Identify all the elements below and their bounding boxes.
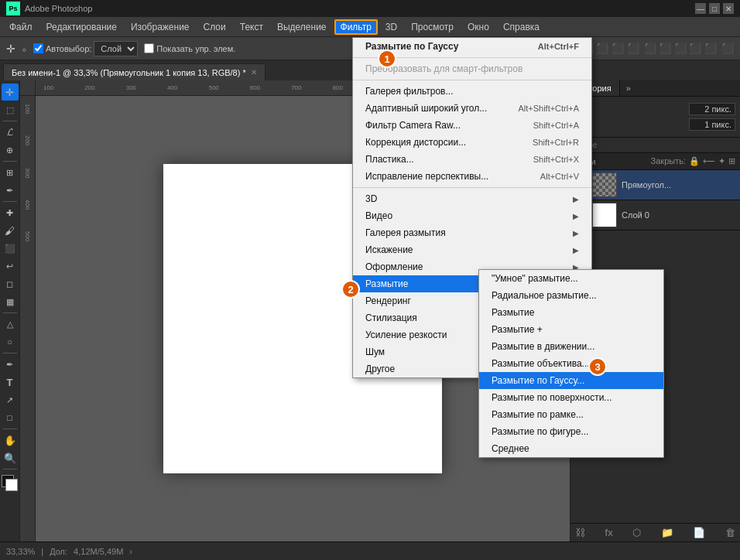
menu-image[interactable]: Изображение: [125, 19, 196, 35]
shape-tool[interactable]: □: [2, 409, 19, 426]
properties-section: Ш: 2 пикс. В: 1 пикс.: [570, 97, 740, 138]
title-bar-controls[interactable]: — □ ✕: [695, 3, 734, 14]
tool-separator-4: [3, 312, 17, 313]
blur-average[interactable]: Среднее: [479, 440, 663, 457]
left-toolbar: ✛ ⬚ 𝓛 ⊕ ⊞ ✒ ✚ 🖌 ⬛ ↩ ◻ ▦ △ ○ ✒ T ↗ □ ✋ 🔍: [0, 80, 20, 541]
blur-smart[interactable]: "Умное" размытие...: [479, 270, 663, 287]
menu-text[interactable]: Текст: [234, 19, 269, 35]
move-tool[interactable]: ✛: [2, 84, 19, 101]
crop-tool[interactable]: ⊞: [2, 164, 19, 181]
history-brush[interactable]: ↩: [2, 258, 19, 275]
tool-separator-2: [3, 161, 17, 162]
tool-separator-1: [3, 121, 17, 121]
distort-arrow: ▶: [573, 246, 579, 254]
minimize-button[interactable]: —: [695, 3, 706, 14]
blur-radial[interactable]: Радиальное размытие...: [479, 287, 663, 304]
lock-all-icon[interactable]: 🔒: [689, 156, 700, 166]
status-bar: 33,33% | Дол: 4,12M/5,49M ›: [0, 541, 740, 560]
blur-gaussian-label: Размытие по Гауссу...: [492, 375, 584, 386]
panel-collapse[interactable]: »: [620, 80, 637, 96]
menu-window[interactable]: Окно: [461, 19, 495, 35]
marquee-tool[interactable]: ⬚: [2, 101, 19, 118]
menu-layers[interactable]: Слои: [197, 19, 232, 35]
stamp-tool[interactable]: ⬛: [2, 240, 19, 257]
menu-plastic[interactable]: Пластика... Shift+Ctrl+X: [353, 151, 591, 168]
blur-lens[interactable]: Размытие объектива...: [479, 355, 663, 372]
blur-shape[interactable]: Размытие по фигуре...: [479, 423, 663, 440]
status-arrow[interactable]: ›: [129, 547, 132, 556]
add-style-icon[interactable]: fx: [605, 527, 613, 538]
menu-select[interactable]: Выделение: [271, 19, 333, 35]
blur-gaussian[interactable]: Размытие по Гауссу...: [479, 372, 663, 389]
heal-tool[interactable]: ✚: [2, 204, 19, 221]
zoom-tool[interactable]: 🔍: [2, 449, 19, 466]
menu-perspective[interactable]: Исправление перспективы... Alt+Ctrl+V: [353, 168, 591, 185]
blur-box[interactable]: Размытие по рамке...: [479, 406, 663, 423]
quick-select-tool[interactable]: ⊕: [2, 142, 19, 159]
blur-tool[interactable]: △: [2, 316, 19, 333]
text-tool[interactable]: T: [2, 374, 19, 391]
lasso-tool[interactable]: 𝓛: [2, 124, 19, 141]
menu-separator-0: [353, 57, 591, 58]
menu-filter[interactable]: Фильтр: [334, 19, 378, 35]
menu-gaussian-blur-top[interactable]: Размытие по Гауссу Alt+Ctrl+F: [353, 38, 591, 55]
menu-smart-filters: Преобразовать для смарт-фильтров: [353, 60, 591, 77]
menu-file[interactable]: Файл: [3, 19, 39, 35]
menu-view[interactable]: Просмотр: [405, 19, 460, 35]
tab-close-button[interactable]: ✕: [251, 68, 257, 77]
gradient-tool[interactable]: ▦: [2, 293, 19, 310]
height-property: В: 1 пикс.: [575, 117, 735, 132]
tool-separator-3: [3, 201, 17, 202]
menu-separator-2: [353, 187, 591, 188]
path-select[interactable]: ↗: [2, 391, 19, 408]
foreground-color[interactable]: [2, 475, 19, 492]
blur-surface[interactable]: Размытие по поверхности...: [479, 389, 663, 406]
blur-motion[interactable]: Размытие в движении...: [479, 338, 663, 355]
new-layer-icon[interactable]: 📄: [693, 527, 705, 538]
lock-img-icon[interactable]: ⊞: [728, 156, 735, 166]
maximize-button[interactable]: □: [709, 3, 720, 14]
lock-pixel-icon[interactable]: ✦: [718, 156, 725, 166]
blur-gallery-label: Галерея размытия: [365, 227, 446, 238]
brush-tool[interactable]: 🖌: [2, 222, 19, 239]
autoselect-dropdown[interactable]: Слой: [94, 41, 138, 56]
layer-row-1[interactable]: 👁 Прямоугол...: [570, 170, 740, 200]
menu-3d[interactable]: 3D ▶: [353, 190, 591, 207]
menu-help[interactable]: Справка: [497, 19, 546, 35]
autoselect-checkbox[interactable]: [33, 43, 43, 53]
hand-tool[interactable]: ✋: [2, 432, 19, 449]
3d-arrow: ▶: [573, 195, 579, 203]
close-button[interactable]: ✕: [723, 3, 734, 14]
menu-edit[interactable]: Редактирование: [40, 19, 123, 35]
layer-row-2[interactable]: 👁 Слой 0: [570, 200, 740, 230]
menu-distort[interactable]: Искажение ▶: [353, 241, 591, 258]
show-transform-checkbox[interactable]: [144, 43, 154, 53]
perspective-label: Исправление перспективы...: [365, 171, 488, 182]
menu-distortion[interactable]: Коррекция дисторсии... Shift+Ctrl+R: [353, 134, 591, 151]
menu-blur-gallery[interactable]: Галерея размытия ▶: [353, 224, 591, 241]
lock-pos-icon[interactable]: ⟵: [703, 156, 715, 166]
new-group-icon[interactable]: 📁: [661, 527, 673, 538]
blur-plus[interactable]: Размытие +: [479, 321, 663, 338]
blur-simple[interactable]: Размытие: [479, 304, 663, 321]
video-label: Видео: [365, 210, 392, 221]
blur-label: Размытие: [365, 278, 408, 289]
menu-filter-gallery[interactable]: Галерея фильтров...: [353, 83, 591, 100]
blur-submenu[interactable]: "Умное" размытие... Радиальное размытие.…: [478, 269, 664, 458]
menu-camera-raw[interactable]: Фильтр Camera Raw... Shift+Ctrl+A: [353, 117, 591, 134]
add-mask-icon[interactable]: ⬡: [632, 527, 641, 538]
dodge-tool[interactable]: ○: [2, 333, 19, 350]
show-transform-label: Показать упр. элем.: [156, 44, 235, 53]
eyedropper-tool[interactable]: ✒: [2, 182, 19, 199]
layer-1-info: Прямоугол...: [622, 180, 735, 190]
eraser-tool[interactable]: ◻: [2, 275, 19, 292]
camera-raw-label: Фильтр Camera Raw...: [365, 120, 461, 131]
pen-tool[interactable]: ✒: [2, 356, 19, 373]
link-layers-icon[interactable]: ⛓: [575, 527, 585, 538]
menu-adaptive-wide[interactable]: Адаптивный широкий угол... Alt+Shift+Ctr…: [353, 100, 591, 117]
delete-layer-icon[interactable]: 🗑: [725, 527, 735, 538]
document-tab[interactable]: Без имени-1 @ 33,3% (Прямоугольник 1 коп…: [3, 63, 266, 80]
layer-1-name: Прямоугол...: [622, 180, 735, 190]
menu-video[interactable]: Видео ▶: [353, 207, 591, 224]
menu-3d[interactable]: 3D: [379, 19, 403, 35]
